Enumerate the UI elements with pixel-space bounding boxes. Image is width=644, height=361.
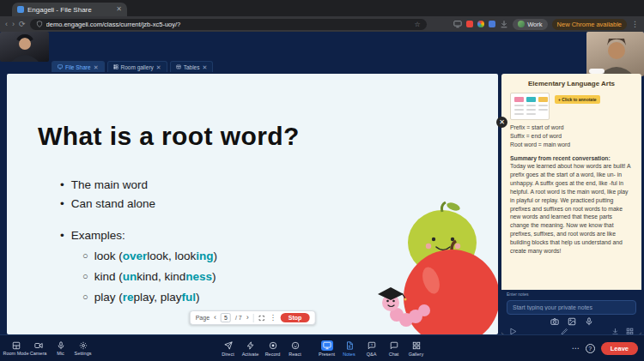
page-number-input[interactable]: 5 (221, 313, 231, 322)
notes-button[interactable]: Notes (339, 341, 359, 357)
present-button[interactable]: Present (317, 340, 337, 357)
tab-close-icon[interactable]: ✕ (156, 64, 161, 70)
toolbar-label: Direct (222, 352, 234, 357)
thumb-line (514, 105, 524, 106)
chat-button[interactable]: Chat (384, 341, 404, 357)
chrome-update-button[interactable]: New Chrome available (552, 19, 627, 30)
snapshot-camera-icon[interactable] (550, 317, 559, 326)
page-total-label: / 7 (235, 315, 242, 321)
file-share-icon (58, 64, 63, 69)
next-page-icon[interactable]: › (246, 314, 249, 322)
toolbar-label: Q&A (367, 352, 377, 357)
tab-room-gallery[interactable]: Room gallery ✕ (107, 61, 167, 72)
example-text: kind ( (94, 270, 123, 283)
notes-panel: ✕ Elementary Language Arts + Click to an… (501, 74, 641, 334)
extension-icon[interactable] (489, 21, 495, 27)
record-icon (268, 341, 277, 351)
gallery-grid-icon (411, 341, 421, 351)
notes-line: Root word = main word (510, 141, 633, 149)
slide-bullet: The main word (60, 178, 148, 191)
self-video-person (0, 32, 49, 62)
smiley-icon (290, 341, 300, 351)
mic-button[interactable]: Mic (51, 340, 70, 356)
annotate-badge-button[interactable]: + Click to annotate (555, 95, 600, 104)
example-text: ) (196, 291, 200, 304)
browser-tab[interactable]: Engageli - File Share ✕ (12, 3, 127, 16)
reload-icon[interactable]: ⟳ (19, 21, 26, 28)
help-icon[interactable]: ? (586, 344, 595, 353)
page-controls-bar: Page ‹ 5 / 7 › ⋮ Stop (190, 310, 316, 325)
stop-sharing-button[interactable]: Stop (281, 313, 310, 322)
notes-document-icon (344, 341, 354, 351)
question-bubble-icon: ? (367, 341, 376, 351)
qa-button[interactable]: ? Q&A (361, 341, 381, 357)
self-video-tile[interactable] (0, 32, 49, 62)
record-button[interactable]: Record (263, 341, 283, 357)
private-notes-input[interactable] (507, 300, 636, 315)
bookmark-star-icon[interactable]: ☆ (414, 21, 420, 28)
extension-icon[interactable] (477, 21, 484, 27)
settings-button[interactable]: Settings (73, 340, 93, 356)
room-mode-button[interactable]: Room Mode (6, 340, 26, 356)
tab-label: Room gallery (121, 64, 154, 70)
back-icon[interactable]: ‹ (5, 21, 8, 28)
camera-icon (33, 340, 43, 350)
tab-close-icon[interactable]: ✕ (116, 6, 122, 13)
url-field[interactable]: demo.engageli.com/class/current/jzb-xc5-… (30, 19, 427, 30)
tab-file-share[interactable]: File Share ✕ (52, 61, 105, 72)
notes-media-buttons (507, 317, 636, 326)
notes-summary-heading: Summary from recent conversation: (510, 154, 633, 163)
direct-button[interactable]: Direct (218, 341, 238, 357)
tab-tables[interactable]: Tables ✕ (170, 61, 214, 72)
react-button[interactable]: React (285, 341, 305, 357)
thumb-line (538, 109, 548, 111)
workspace-tabs: File Share ✕ Room gallery ✕ Tables ✕ (52, 61, 213, 72)
example-text: look ( (94, 250, 123, 262)
download-icon[interactable] (500, 20, 508, 28)
previous-page-icon[interactable]: ‹ (214, 314, 216, 322)
slide-snapshot-thumbnail[interactable] (510, 93, 550, 120)
toolbar-label: Room Mode (3, 351, 29, 356)
browser-address-bar: ‹ › ⟳ demo.engageli.com/class/current/jz… (0, 16, 644, 32)
url-text: demo.engageli.com/class/current/jzb-xc5-… (46, 21, 411, 28)
notes-summary-text: Today we learned about how words are bui… (510, 162, 633, 255)
insert-image-icon[interactable] (568, 317, 576, 326)
leave-button[interactable]: Leave (601, 342, 638, 355)
prefix-text: un (123, 270, 137, 283)
toolbar-label: Mic (57, 351, 64, 356)
activate-button[interactable]: Activate (240, 341, 260, 357)
forward-icon[interactable]: › (12, 21, 15, 28)
gallery-button[interactable]: Gallery (406, 341, 426, 357)
tab-close-icon[interactable]: ✕ (202, 64, 207, 70)
browser-menu-icon[interactable]: ⋮ (631, 20, 639, 28)
activate-lightning-icon (246, 341, 255, 351)
toolbar-label: Camera (30, 351, 47, 356)
tab-close-icon[interactable]: ✕ (94, 64, 99, 70)
camera-button[interactable]: Camera (28, 340, 48, 356)
thumb-line (526, 113, 536, 115)
site-security-shield-icon[interactable] (36, 21, 43, 27)
page-menu-icon[interactable]: ⋮ (270, 314, 276, 322)
voice-note-mic-icon[interactable] (585, 317, 593, 326)
present-screen-icon (321, 340, 333, 351)
thumb-column (514, 97, 524, 102)
tables-icon (176, 64, 181, 69)
browser-tab-strip: Engageli - File Share ✕ (0, 0, 644, 16)
notes-close-icon[interactable]: ✕ (496, 117, 507, 128)
chrome-update-label: New Chrome available (557, 21, 622, 28)
fit-to-screen-icon[interactable] (258, 315, 265, 322)
notes-body: Prefix = start of word Suffix = end of w… (510, 123, 633, 256)
thumb-line (538, 105, 548, 106)
notes-line: Prefix = start of word (510, 123, 633, 132)
toolbar-label: React (289, 352, 301, 357)
slide-example: kind (unkind, kindness) (82, 270, 216, 283)
profile-chip[interactable]: Work (513, 19, 547, 30)
extension-icon[interactable] (466, 21, 473, 27)
thumb-line (514, 113, 524, 115)
divider (253, 314, 254, 322)
thumb-column (538, 97, 548, 102)
cast-icon[interactable] (453, 20, 462, 28)
notes-input-area: Enter notes (501, 290, 641, 334)
more-options-icon[interactable]: ⋯ (572, 344, 580, 352)
participant-video-tile[interactable] (586, 32, 644, 76)
